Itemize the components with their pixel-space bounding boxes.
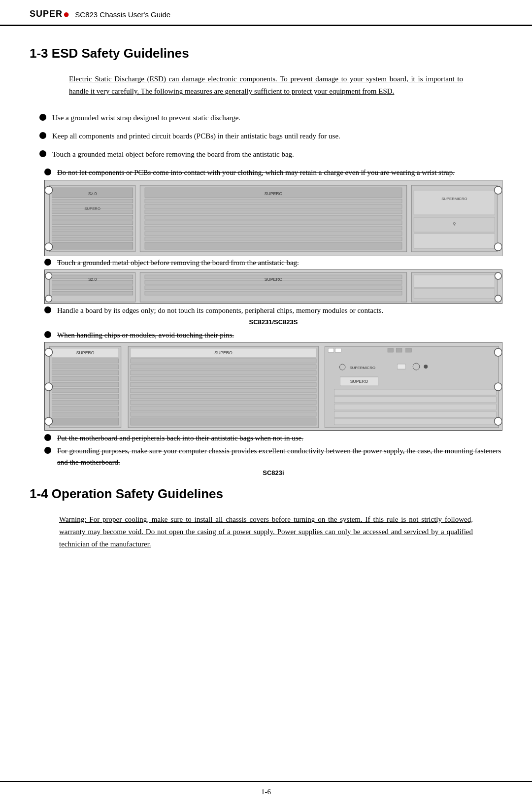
- svg-rect-79: [131, 388, 316, 393]
- svg-rect-99: [334, 397, 497, 403]
- bullet-icon: [39, 132, 46, 139]
- svg-rect-82: [131, 406, 316, 410]
- section1-intro: Electric Static Discharge (ESD) can dama…: [69, 73, 463, 98]
- brand-logo: SUPER●: [30, 9, 70, 20]
- svg-rect-83: [131, 412, 316, 416]
- svg-rect-21: [145, 237, 402, 241]
- svg-rect-11: [52, 242, 133, 249]
- page-number: 1-6: [261, 788, 271, 796]
- svg-rect-26: [414, 234, 495, 248]
- svg-point-28: [45, 243, 52, 251]
- svg-rect-100: [334, 404, 497, 410]
- svg-rect-14: [145, 199, 402, 203]
- diagram-region-2: When handling chips or modules, avoid to…: [44, 330, 502, 476]
- list-item: Use a grounded wrist strap designed to p…: [39, 112, 502, 124]
- svg-rect-46: [145, 291, 402, 295]
- list-item: Put the motherboard and peripherals back…: [44, 433, 502, 444]
- bullet-text: Keep all components and printed circuit …: [52, 131, 502, 142]
- bullet-icon: [39, 150, 46, 157]
- svg-rect-101: [334, 411, 497, 417]
- diagram-region-1: Do not let components or PCBs come into …: [44, 167, 502, 326]
- svg-point-108: [495, 417, 502, 425]
- section2-warning: Warning: For proper cooling, make sure t…: [59, 513, 473, 550]
- svg-rect-77: [131, 376, 316, 381]
- diagram2-label: SC823i: [44, 469, 502, 476]
- svg-rect-24: [414, 190, 495, 215]
- svg-rect-89: [396, 348, 402, 352]
- list-item: When handling chips or modules, avoid to…: [44, 330, 502, 341]
- svg-rect-7: [52, 221, 133, 225]
- bullet-text: Touch a grounded metal object before rem…: [52, 149, 502, 160]
- svg-text:SUPERO: SUPERO: [350, 379, 368, 384]
- svg-rect-6: [52, 215, 133, 219]
- svg-rect-22: [145, 242, 402, 249]
- svg-rect-86: [328, 348, 334, 352]
- chassis-svg-top: Sz.0 SUPERO SUPERO SUPERMICRO Q: [45, 180, 502, 256]
- svg-point-53: [495, 295, 502, 302]
- bullet-text: Put the motherboard and peripherals back…: [57, 433, 502, 444]
- svg-point-95: [424, 365, 428, 369]
- svg-rect-69: [52, 412, 119, 416]
- svg-point-29: [495, 186, 502, 194]
- svg-rect-90: [406, 348, 412, 352]
- bullet-list-1: Use a grounded wrist strap designed to p…: [39, 112, 502, 161]
- svg-rect-8: [52, 226, 133, 230]
- list-item: For grounding purposes, make sure your c…: [44, 445, 502, 469]
- svg-rect-60: [52, 359, 119, 363]
- svg-text:SUPERMICRO: SUPERMICRO: [441, 196, 467, 201]
- svg-rect-45: [145, 286, 402, 290]
- chassis-diagram-bottom: SUPERO SUPERO: [44, 342, 502, 431]
- svg-rect-63: [52, 376, 119, 381]
- diagram1-label: SC8231/SC823S: [44, 318, 502, 326]
- list-item: Do not let components or PCBs come into …: [44, 167, 502, 178]
- svg-rect-49: [414, 289, 495, 299]
- bullet-icon: [44, 169, 51, 175]
- svg-text:Sz.0: Sz.0: [88, 191, 97, 196]
- list-item: Touch a grounded metal object before rem…: [39, 149, 502, 160]
- svg-rect-18: [145, 221, 402, 225]
- svg-rect-17: [145, 215, 402, 219]
- svg-point-27: [45, 186, 52, 194]
- svg-rect-15: [145, 204, 402, 208]
- svg-rect-41: [52, 291, 133, 295]
- svg-point-103: [45, 348, 52, 356]
- bullet-text: Use a grounded wrist strap designed to p…: [52, 112, 502, 124]
- list-item: Keep all components and printed circuit …: [39, 131, 502, 142]
- svg-text:SUPERMICRO: SUPERMICRO: [350, 366, 375, 370]
- page-header: SUPER● SC823 Chassis User's Guide: [0, 0, 532, 26]
- svg-rect-78: [131, 382, 316, 387]
- bullet-text: Touch a grounded metal object before rem…: [57, 257, 502, 269]
- svg-rect-74: [131, 359, 316, 363]
- svg-rect-40: [52, 286, 133, 290]
- svg-point-105: [45, 417, 52, 425]
- svg-rect-87: [335, 348, 341, 352]
- svg-rect-88: [388, 348, 394, 352]
- list-item: Handle a board by its edges only; do not…: [44, 305, 502, 316]
- svg-text:SUPERO: SUPERO: [265, 277, 283, 282]
- svg-rect-48: [414, 275, 495, 287]
- svg-rect-61: [52, 365, 119, 369]
- bullet-icon: [44, 306, 51, 313]
- chassis-diagram-mid: Sz.0 SUPERO: [44, 270, 502, 304]
- svg-point-50: [45, 272, 52, 279]
- chassis-diagram-top: Sz.0 SUPERO SUPERO SUPERMICRO Q: [44, 180, 502, 256]
- svg-rect-102: [334, 419, 497, 425]
- bullet-icon: [44, 331, 51, 338]
- brand-name: SUPER: [30, 9, 63, 19]
- svg-point-52: [495, 272, 502, 279]
- bullet-text: Do not let components or PCBs come into …: [57, 167, 502, 178]
- svg-rect-67: [52, 400, 119, 405]
- svg-rect-70: [52, 418, 119, 425]
- bullet-icon: [39, 114, 46, 121]
- svg-rect-93: [397, 364, 405, 369]
- svg-rect-80: [131, 394, 316, 399]
- bullet-text: For grounding purposes, make sure your c…: [57, 445, 502, 469]
- brand-dot: ●: [63, 9, 70, 20]
- section2-heading: 1-4 Operation Safety Guidelines: [30, 486, 502, 502]
- svg-rect-66: [52, 394, 119, 399]
- svg-rect-9: [52, 232, 133, 236]
- svg-rect-10: [52, 237, 133, 241]
- svg-text:Q: Q: [453, 221, 456, 225]
- svg-rect-65: [52, 388, 119, 393]
- svg-rect-16: [145, 210, 402, 214]
